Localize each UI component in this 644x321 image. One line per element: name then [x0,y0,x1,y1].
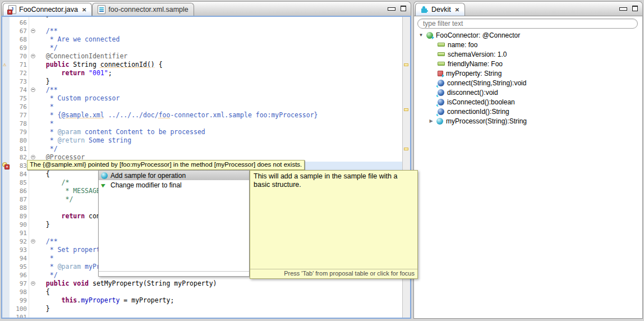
tree-item[interactable]: connectionId():String [414,107,642,116]
line-number: 86 [10,187,29,195]
fold-gutter-cell [29,178,38,187]
fold-collapse-icon[interactable] [31,88,35,92]
code-line[interactable]: ⚠71 public String connectionId() { [2,61,403,69]
line-number: 79 [10,128,29,136]
maximize-button[interactable] [401,6,406,11]
code-line[interactable]: 72 return "001"; [2,69,403,77]
close-icon[interactable]: ✕ [82,7,86,13]
code-text[interactable]: * [38,120,403,128]
code-line[interactable]: 66 [2,19,403,27]
code-text[interactable]: public String connectionId() { [38,61,403,69]
code-text[interactable] [38,19,403,27]
quickfix-item[interactable]: Add sample for operation [99,171,249,180]
code-line[interactable]: 76 * [2,103,403,111]
code-text[interactable]: */ [38,44,403,52]
attribute-icon [438,52,445,56]
fold-collapse-icon[interactable] [31,281,35,286]
tree-item[interactable]: ▶myProcessor(String):String [414,116,642,126]
devkit-view: ▼FooConnector: @Connectorname: fooschema… [413,16,643,319]
code-text[interactable]: * [38,103,403,111]
fold-gutter-cell [29,288,38,296]
code-text[interactable]: * Are we connected [38,35,403,44]
line-number: 89 [10,212,29,221]
fold-collapse-icon[interactable] [31,155,35,159]
code-line[interactable]: 99 this.myProperty = myProperty; [2,296,403,305]
warning-marker[interactable] [404,63,408,66]
fold-collapse-icon[interactable] [31,54,35,58]
code-line[interactable]: 69 */ [2,44,403,52]
code-text[interactable]: } [38,77,403,86]
tree-item[interactable]: schemaVersion: 1.0 [414,49,642,59]
code-text[interactable]: * @param content Content to be processed [38,128,403,136]
tree-item[interactable]: isConnected():boolean [414,97,642,107]
warning-marker[interactable] [404,148,408,150]
tree-item[interactable]: connect(String,String):void [414,78,642,88]
code-text[interactable]: @ConnectionIdentifier [38,52,403,61]
tab-fooconnector-java[interactable]: FooConnector.java✕ [3,3,92,16]
tab-label: FooConnector.java [19,6,78,13]
code-line[interactable]: 79 * @param content Content to be proces… [2,128,403,136]
tree-item[interactable]: ▼FooConnector: @Connector [414,30,642,40]
code-text[interactable]: /** [38,86,403,94]
code-line[interactable]: 97 public void setMyProperty(String myPr… [2,279,403,288]
code-line[interactable]: 74 /** [2,86,403,94]
tab-foo-connector-xml-sample[interactable]: foo-connector.xml.sample [92,3,194,16]
code-text[interactable]: this.myProperty = myProperty; [38,296,403,305]
code-line[interactable]: 101 [2,313,403,319]
warning-marker[interactable] [404,108,408,111]
maximize-button[interactable] [632,6,638,11]
code-line[interactable]: 70 @ConnectionIdentifier [2,52,403,61]
code-text[interactable]: * {@sample.xml ../../../doc/foo-connecto… [38,111,403,120]
minimize-button[interactable] [619,7,627,11]
tree-item[interactable]: disconnect():void [414,88,642,97]
line-number: 71 [10,61,29,69]
warning-icon[interactable]: ⚠ [3,61,6,68]
code-text[interactable]: return "001"; [38,69,403,77]
code-text[interactable]: */ [38,145,403,153]
code-text[interactable]: /** [38,27,403,35]
code-line[interactable]: 81 */ [2,145,403,153]
minimize-button[interactable] [388,7,395,11]
code-text[interactable]: { [38,288,403,296]
line-number: 77 [10,111,29,120]
expand-arrow-icon[interactable]: ▶ [429,118,434,123]
code-line[interactable]: 78 * [2,120,403,128]
code-line[interactable]: 80 * @return Some string [2,136,403,145]
code-text[interactable]: } [38,305,403,313]
fold-gutter-cell [29,61,38,69]
annotation-gutter-cell [2,246,10,254]
error-quickfix-icon[interactable] [2,162,10,169]
tree-item[interactable]: myProperty: String [414,68,642,78]
fold-collapse-icon[interactable] [31,29,35,33]
fold-collapse-icon[interactable] [31,239,35,244]
code-line[interactable]: 77 * {@sample.xml ../../../doc/foo-conne… [2,111,403,120]
quickfix-info-popup[interactable]: This will add a sample in the sample fil… [250,170,418,279]
code-line[interactable]: 68 * Are we connected [2,35,403,44]
annotation-gutter-cell [2,19,10,27]
tree-item-label: connect(String,String):void [447,79,526,87]
fold-gutter-cell [29,254,38,263]
code-line[interactable]: 98 { [2,288,403,296]
quickfix-item[interactable]: Change modifier to final [99,180,249,190]
code-text[interactable]: * @return Some string [38,136,403,145]
code-line[interactable]: 75 * Custom processor [2,94,403,103]
line-number: 84 [10,170,29,178]
devkit-panel: Devkit ✕ ▼FooConnector: @Connectorname: … [413,1,643,319]
tree-item[interactable]: name: foo [414,40,642,49]
code-text[interactable] [38,313,403,319]
code-line[interactable]: 73 } [2,77,403,86]
tree-item-label: myProperty: String [446,70,502,77]
tree-item[interactable]: friendlyName: Foo [414,59,642,68]
close-icon[interactable]: ✕ [455,7,459,13]
tab-devkit[interactable]: Devkit ✕ [415,3,465,16]
code-line[interactable]: 67 /** [2,27,403,35]
code-text[interactable]: public void setMyProperty(String myPrope… [38,279,403,288]
annotation-gutter-cell [2,313,10,319]
line-number: 82 [10,153,29,162]
filter-input[interactable] [417,19,638,29]
code-text[interactable]: * Custom processor [38,94,403,103]
code-line[interactable]: 100 } [2,305,403,313]
annotation-gutter-cell [2,204,10,212]
collapse-arrow-icon[interactable]: ▼ [418,33,424,38]
fold-gutter-cell [29,69,38,77]
